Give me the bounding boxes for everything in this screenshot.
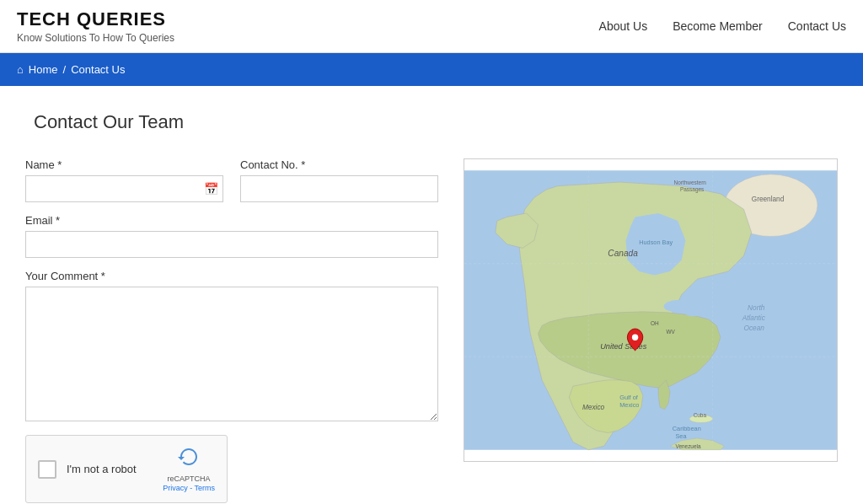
breadcrumb-bar: ⌂ Home / Contact Us [0,53,863,86]
name-input[interactable] [25,175,223,202]
nav-become-member[interactable]: Become Member [673,19,763,33]
main-content: Contact Our Team Name * 📅 Contact No. * [0,86,863,504]
svg-text:Caribbean: Caribbean [673,425,701,432]
contact-form-section: Name * 📅 Contact No. * Email * [25,158,438,503]
page-heading: Contact Our Team [34,111,846,133]
recaptcha-checkbox[interactable] [38,460,56,479]
recaptcha-icon [177,446,201,473]
recaptcha-links[interactable]: Privacy - Terms [163,484,215,492]
comment-label: Your Comment * [25,270,438,282]
breadcrumb-separator: / [63,63,67,76]
map-section: Greenland [464,158,838,462]
recaptcha-label: I'm not a robot [67,463,154,475]
nav-about-us[interactable]: About Us [599,19,648,33]
breadcrumb-home[interactable]: Home [29,63,58,76]
svg-point-5 [684,307,703,316]
name-contact-row: Name * 📅 Contact No. * [25,158,438,202]
main-nav: About Us Become Member Contact Us [599,19,846,33]
svg-text:Hudson Bay: Hudson Bay [639,239,673,246]
recaptcha-brand: reCAPTCHA [168,475,211,483]
content-row: Name * 📅 Contact No. * Email * [17,158,846,503]
svg-text:Greenland: Greenland [752,196,785,203]
map-container: Greenland [464,158,838,462]
svg-text:Mexico: Mexico [582,404,605,411]
contact-input[interactable] [240,175,438,202]
svg-text:Mexico: Mexico [619,401,639,409]
svg-text:Cuba: Cuba [694,412,707,418]
map-svg: Greenland [464,159,837,461]
nav-contact-us[interactable]: Contact Us [788,19,846,33]
contact-group: Contact No. * [240,158,438,202]
email-group: Email * [25,214,438,258]
svg-text:WV: WV [666,329,675,335]
svg-text:Passages: Passages [680,186,704,193]
header: TECH QUERIES Know Solutions To How To Qu… [0,0,863,53]
site-title[interactable]: TECH QUERIES [17,8,174,30]
name-label: Name * [25,158,223,171]
email-input[interactable] [25,231,438,258]
recaptcha-box[interactable]: I'm not a robot reCAPTCHA Privacy - Term… [25,435,228,503]
svg-text:Atlantic: Atlantic [742,314,766,322]
home-icon: ⌂ [17,63,24,76]
svg-text:Sea: Sea [675,432,687,440]
svg-text:Gulf of: Gulf of [619,394,639,401]
logo-area: TECH QUERIES Know Solutions To How To Qu… [17,8,174,44]
recaptcha-logo: reCAPTCHA Privacy - Terms [163,446,215,492]
breadcrumb-current: Contact Us [71,63,125,76]
comment-textarea[interactable] [25,287,438,421]
svg-text:OH: OH [651,320,659,326]
svg-text:Northwestern: Northwestern [674,180,707,185]
comment-group: Your Comment * [25,270,438,421]
contact-label: Contact No. * [240,158,438,171]
name-group: Name * 📅 [25,158,223,202]
svg-point-21 [632,335,638,340]
email-label: Email * [25,214,438,227]
svg-text:North: North [748,304,765,312]
svg-text:Canada: Canada [608,249,638,258]
name-input-wrapper: 📅 [25,175,223,202]
svg-text:Ocean: Ocean [744,324,765,332]
svg-text:Venezuela: Venezuela [675,443,700,449]
site-tagline: Know Solutions To How To Queries [17,32,174,44]
contact-form: Name * 📅 Contact No. * Email * [25,158,438,503]
